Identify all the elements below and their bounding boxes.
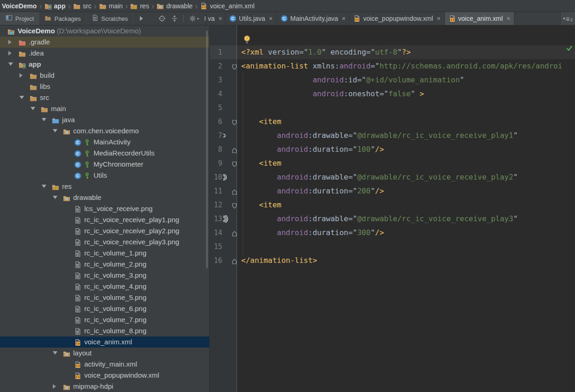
tree-item-voice-popupwindow-xml[interactable]: voice_popupwindow.xml xyxy=(0,370,209,381)
code-line-15[interactable]: 15 xyxy=(210,240,575,254)
breadcrumb-item-drawable[interactable]: drawable xyxy=(156,0,193,12)
code-line-12[interactable]: 12 <item xyxy=(210,198,575,212)
tree-item-libs[interactable]: libs xyxy=(0,81,209,92)
breadcrumb-item-main[interactable]: main xyxy=(99,0,123,12)
fold-end-icon[interactable] xyxy=(232,258,237,266)
tab-close-icon[interactable]: × xyxy=(437,15,440,22)
code-line-5[interactable]: 5 xyxy=(210,101,575,115)
editor-tab-voice-anim-xml[interactable]: voice_anim.xml× xyxy=(445,12,515,25)
fold-end-icon[interactable] xyxy=(232,188,237,197)
drawable-preview-speaker-icon[interactable] xyxy=(223,174,229,183)
tree-item-rc-ic-volume-5-png[interactable]: rc_ic_volume_5.png xyxy=(0,292,209,303)
tab-close-icon[interactable]: × xyxy=(219,15,222,22)
tree-item-src[interactable]: src xyxy=(0,92,209,103)
tree-item-rc-ic-volume-1-png[interactable]: rc_ic_volume_1.png xyxy=(0,248,209,259)
code-line-9[interactable]: 9 <item xyxy=(210,156,575,170)
chevron-collapsed-icon[interactable] xyxy=(8,51,12,56)
editor-tab-utils-java[interactable]: CUtils.java× xyxy=(225,12,277,25)
code-line-14[interactable]: 14 android:duration="300"/> xyxy=(210,226,575,240)
breadcrumb-item-src[interactable]: src xyxy=(73,0,92,12)
tab-close-icon[interactable]: × xyxy=(506,15,510,22)
fold-start-icon[interactable] xyxy=(232,119,237,127)
tree-item-res[interactable]: res xyxy=(0,181,209,192)
tree-scrollbar[interactable] xyxy=(206,31,208,268)
code-line-13[interactable]: 13 android:drawable="@drawable/rc_ic_voi… xyxy=(210,212,575,226)
inspection-status-icon[interactable] xyxy=(566,45,573,53)
tree-item-activity-main-xml[interactable]: activity_main.xml xyxy=(0,359,209,370)
tree-item-rc-ic-volume-2-png[interactable]: rc_ic_volume_2.png xyxy=(0,259,209,270)
target-icon[interactable] xyxy=(158,15,166,22)
code-line-2[interactable]: 2<animation-list xmlns:android="http://s… xyxy=(210,59,575,73)
tree-item-rc-ic-volume-3-png[interactable]: rc_ic_volume_3.png xyxy=(0,270,209,281)
fold-start-icon[interactable] xyxy=(232,161,237,169)
chevron-expanded-icon[interactable] xyxy=(53,196,57,199)
code-line-1[interactable]: 1<?xml version="1.0" encoding="utf-8"?> xyxy=(210,45,575,59)
breadcrumb-item-voice-anim-xml[interactable]: voice_anim.xml xyxy=(200,0,255,12)
fold-end-icon[interactable] xyxy=(232,147,237,155)
tree-item-app[interactable]: app xyxy=(0,59,209,70)
collapse-all-icon[interactable] xyxy=(171,15,178,22)
tree-item-voice-anim-xml[interactable]: voice_anim.xml xyxy=(0,336,209,348)
tree-item-mediarecorderutils[interactable]: CMediaRecorderUtils xyxy=(0,148,209,159)
fold-start-icon[interactable] xyxy=(232,63,237,72)
chevron-collapsed-icon[interactable] xyxy=(53,384,56,389)
editor-tab-voice-popupwindow-xml[interactable]: voice_popupwindow.xml× xyxy=(350,12,444,25)
tab-close-icon[interactable]: × xyxy=(342,15,345,22)
tree-item-lcs-voice-receive-png[interactable]: lcs_voice_receive.png xyxy=(0,203,209,214)
tree-item-mainactivity[interactable]: CMainActivity xyxy=(0,137,209,148)
toolwindow-tab-packages[interactable]: Packages xyxy=(39,12,86,25)
chevron-expanded-icon[interactable] xyxy=(19,96,24,99)
code-line-10[interactable]: 10 android:drawable="@drawable/rc_ic_voi… xyxy=(210,170,575,184)
chevron-expanded-icon[interactable] xyxy=(42,185,46,188)
fold-end-icon[interactable] xyxy=(232,230,237,238)
chevron-collapsed-icon[interactable] xyxy=(8,40,12,44)
tree-item-build[interactable]: build xyxy=(0,70,209,81)
chevron-collapsed-icon[interactable] xyxy=(19,73,23,78)
tree-item-java[interactable]: java xyxy=(0,114,209,125)
tree-item-com-chen-voicedemo[interactable]: com.chen.voicedemo xyxy=(0,125,209,137)
tree-item-utils[interactable]: CUtils xyxy=(0,170,209,181)
project-tree[interactable]: VoiceDemo (D:\workspace\VoiceDemo).gradl… xyxy=(0,25,209,392)
editor-tab-va[interactable]: va× xyxy=(206,12,225,25)
editor-pane[interactable]: 1<?xml version="1.0" encoding="utf-8"?>2… xyxy=(210,25,575,392)
tree-item-mipmap-hdpi[interactable]: mipmap-hdpi xyxy=(0,381,209,392)
toolwindow-tab-scratches[interactable]: Scratches xyxy=(87,12,134,25)
intention-lightbulb-icon[interactable] xyxy=(244,35,250,46)
chevron-expanded-icon[interactable] xyxy=(8,62,13,66)
tab-close-icon[interactable]: × xyxy=(269,15,273,22)
chevron-expanded-icon[interactable] xyxy=(42,118,46,121)
tree-item-rc-ic-volume-7-png[interactable]: rc_ic_volume_7.png xyxy=(0,314,209,325)
tree-item-main[interactable]: main xyxy=(0,103,209,114)
tree-item-idea[interactable]: .idea xyxy=(0,48,209,59)
editor-tab-mainactivity-java[interactable]: CMainActivity.java× xyxy=(277,12,350,25)
tree-item-rc-ic-volume-8-png[interactable]: rc_ic_volume_8.png xyxy=(0,325,209,336)
breadcrumb-item-app[interactable]: app xyxy=(44,0,66,12)
expand-icon[interactable] xyxy=(140,16,143,21)
chevron-expanded-icon[interactable] xyxy=(31,107,35,110)
tree-item-rc-ic-voice-receive-play1-png[interactable]: rc_ic_voice_receive_play1.png xyxy=(0,214,209,225)
drawable-preview-speaker-icon[interactable] xyxy=(223,132,229,141)
code-line-3[interactable]: 3 android:id="@+id/volume_animation" xyxy=(210,73,575,87)
gear-icon[interactable]: ▾ xyxy=(189,15,199,22)
tree-item-rc-ic-voice-receive-play2-png[interactable]: rc_ic_voice_receive_play2.png xyxy=(0,225,209,236)
tabs-overflow-button[interactable]: ▾≡3 xyxy=(560,12,575,25)
breadcrumb-item-voicedemo[interactable]: VoiceDemo xyxy=(1,0,37,12)
tree-item-voicedemo[interactable]: VoiceDemo (D:\workspace\VoiceDemo) xyxy=(0,25,209,37)
code-line-6[interactable]: 6 <item xyxy=(210,115,575,129)
code-line-16[interactable]: 16</animation-list> xyxy=(210,254,575,268)
tree-item-rc-ic-volume-6-png[interactable]: rc_ic_volume_6.png xyxy=(0,303,209,314)
tree-item-mychronometer[interactable]: CMyChronometer xyxy=(0,159,209,170)
code-line-8[interactable]: 8 android:duration="100"/> xyxy=(210,143,575,156)
tree-item-drawable[interactable]: drawable xyxy=(0,192,209,203)
fold-start-icon[interactable] xyxy=(232,202,237,211)
tree-item-rc-ic-voice-receive-play3-png[interactable]: rc_ic_voice_receive_play3.png xyxy=(0,236,209,248)
tree-item-layout[interactable]: layout xyxy=(0,348,209,359)
drawable-preview-speaker-icon[interactable] xyxy=(223,215,229,224)
code-line-11[interactable]: 11 android:duration="200"/> xyxy=(210,184,575,198)
code-line-7[interactable]: 7 android:drawable="@drawable/rc_ic_voic… xyxy=(210,129,575,143)
breadcrumb-item-res[interactable]: res xyxy=(130,0,149,12)
tree-item-gradle[interactable]: .gradle xyxy=(0,37,209,48)
code-line-4[interactable]: 4 android:oneshot="false" > xyxy=(210,87,575,101)
tree-item-rc-ic-volume-4-png[interactable]: rc_ic_volume_4.png xyxy=(0,281,209,292)
toolwindow-tab-project[interactable]: Project xyxy=(0,12,39,25)
